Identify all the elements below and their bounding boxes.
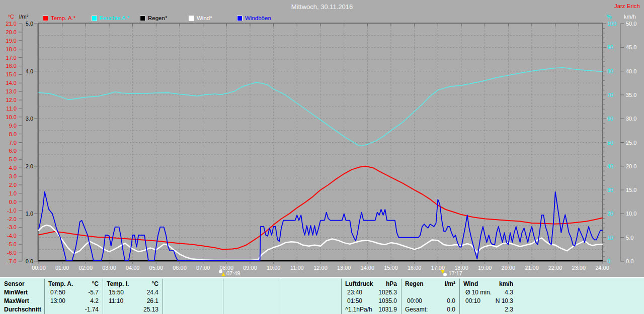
x-tick-label: 21:00 <box>520 265 543 271</box>
table-cell-value: 1035.0 <box>341 297 397 305</box>
table-col-unit: km/h <box>459 280 513 288</box>
wind-tick-label: 15.0 <box>626 187 636 193</box>
table-cell-value: 0.0 <box>401 306 455 313</box>
table-col-unit: hPa <box>341 280 397 288</box>
temp-tick-label: 14.0 <box>2 80 17 86</box>
x-tick-label: 15:00 <box>379 265 403 271</box>
wind-tick-label: 50.0 <box>626 21 636 27</box>
table-cell-value: 26.1 <box>103 297 158 305</box>
table-cell-value: -5.7 <box>44 289 99 296</box>
x-tick-label: 10:00 <box>262 265 285 271</box>
temp-tick-label: -6.0 <box>2 250 17 256</box>
temp-tick-label: 5.0 <box>2 156 17 162</box>
temp-tick-label: 13.0 <box>2 88 17 94</box>
temp-tick-label: 6.0 <box>2 148 17 154</box>
humidity-tick-label: 60 <box>607 116 613 122</box>
temp-tick-label: 17.0 <box>2 55 17 61</box>
table-col-unit: l/m² <box>401 280 455 288</box>
x-tick-label: 19:00 <box>473 265 497 271</box>
x-tick-label: 05:00 <box>144 265 168 271</box>
x-tick-label: 02:00 <box>74 265 97 271</box>
wind-tick-label: 30.0 <box>626 116 636 122</box>
temp-tick-label: 12.0 <box>2 97 17 103</box>
table-cell-value: N 10.3 <box>459 297 513 305</box>
x-tick-label: 13:00 <box>333 265 356 271</box>
x-tick-label: 11:00 <box>285 265 308 271</box>
humidity-tick-label: 50 <box>607 140 613 146</box>
humidity-tick-label: 0 <box>607 258 610 264</box>
table-cell-value: 0.0 <box>401 297 455 305</box>
wind-tick-label: 5.0 <box>626 235 633 241</box>
temp-tick-label: 20.0 <box>2 29 17 35</box>
x-tick-label: 14:00 <box>356 265 379 271</box>
sunrise-time-label: 07:49 <box>226 270 240 276</box>
table-col-unit: °C <box>103 280 158 288</box>
temp-tick-label: 1.0 <box>2 190 17 196</box>
sunset-icon <box>441 270 447 276</box>
temp-tick-label: 0.0 <box>2 199 17 205</box>
temp-tick-label: 2.0 <box>2 182 17 188</box>
table-cell-value: 1031.9 <box>341 306 397 313</box>
rain-tick-label: 1.0 <box>20 211 33 217</box>
x-tick-label: 07:00 <box>192 265 215 271</box>
humidity-tick-label: 20 <box>607 211 613 217</box>
wind-tick-label: 40.0 <box>626 68 636 74</box>
table-cell-value: 4.3 <box>459 289 513 296</box>
rain-tick-label: 2.0 <box>20 163 33 169</box>
table-row-label: MaxWert <box>4 297 29 305</box>
table-cell-value: 4.2 <box>44 297 99 305</box>
table-col-unit: °C <box>44 280 99 288</box>
temp-tick-label: 21.0 <box>2 21 17 27</box>
table-divider <box>223 279 223 314</box>
humidity-tick-label: 40 <box>607 163 613 169</box>
chart-plot-area <box>0 0 644 277</box>
table-cell-value: -1.74 <box>44 306 99 313</box>
table-divider <box>163 279 163 314</box>
wind-tick-label: 10.0 <box>626 211 636 217</box>
x-tick-label: 04:00 <box>121 265 144 271</box>
temp-tick-label: 16.0 <box>2 63 17 69</box>
temp-tick-label: -5.0 <box>2 241 17 247</box>
wind-tick-label: 35.0 <box>626 92 636 98</box>
rain-tick-label: 4.0 <box>20 68 33 74</box>
humidity-tick-label: 30 <box>607 187 613 193</box>
humidity-tick-label: 70 <box>607 92 613 98</box>
x-tick-label: 09:00 <box>238 265 262 271</box>
wind-tick-label: 45.0 <box>626 44 636 50</box>
rain-tick-label: 3.0 <box>20 116 33 122</box>
x-tick-label: 22:00 <box>544 265 567 271</box>
x-tick-label: 01:00 <box>51 265 74 271</box>
x-tick-label: 20:00 <box>497 265 520 271</box>
weather-station-window: Mittwoch, 30.11.2016 Jarz Erich °C l/m² … <box>0 0 644 314</box>
humidity-tick-label: 10 <box>607 235 613 241</box>
temp-tick-label: -1.0 <box>2 207 17 214</box>
table-row-label: Durchschnitt <box>4 306 41 313</box>
sunset-time-label: 17:17 <box>448 270 462 276</box>
x-tick-label: 23:00 <box>567 265 590 271</box>
wind-tick-label: 0.0 <box>626 258 633 264</box>
temp-tick-label: 4.0 <box>2 165 17 171</box>
temp-tick-label: 8.0 <box>2 131 17 137</box>
temp-tick-label: 3.0 <box>2 173 17 179</box>
temp-tick-label: 9.0 <box>2 123 17 129</box>
table-cell-value: 24.4 <box>103 289 158 296</box>
table-row-label: MinWert <box>4 289 28 296</box>
temp-tick-label: -2.0 <box>2 216 17 222</box>
temp-tick-label: 18.0 <box>2 46 17 52</box>
x-tick-label: 06:00 <box>168 265 191 271</box>
temp-tick-label: 7.0 <box>2 140 17 146</box>
statistics-table: SensorMinWertMaxWertDurchschnittTemp. A.… <box>0 277 644 314</box>
humidity-tick-label: 100 <box>607 21 616 27</box>
x-tick-label: 03:00 <box>98 265 121 271</box>
x-tick-label: 12:00 <box>309 265 332 271</box>
x-tick-label: 16:00 <box>403 265 426 271</box>
table-cell-value: 1026.3 <box>341 289 397 296</box>
table-row-label: Sensor <box>4 280 25 288</box>
rain-tick-label: 5.0 <box>20 21 33 27</box>
temp-tick-label: -4.0 <box>2 233 17 239</box>
temp-tick-label: 11.0 <box>2 106 17 112</box>
table-cell-value: 25.13 <box>103 306 158 313</box>
temp-tick-label: 10.0 <box>2 114 17 120</box>
x-tick-label: 00:00 <box>27 265 50 271</box>
temp-tick-label: 19.0 <box>2 38 17 44</box>
